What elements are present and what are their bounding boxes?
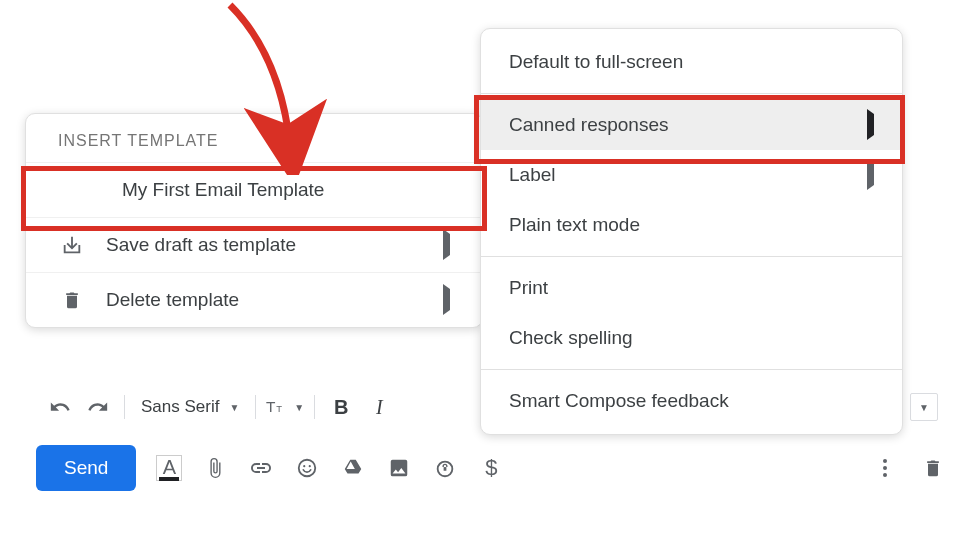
chevron-right-icon: [867, 164, 874, 186]
menu-label: Canned responses: [509, 114, 669, 136]
delete-template[interactable]: Delete template: [26, 272, 482, 327]
insert-link-icon[interactable]: [248, 455, 274, 481]
undo-icon[interactable]: [44, 391, 76, 423]
menu-canned-responses[interactable]: Canned responses: [481, 100, 902, 150]
svg-rect-6: [444, 467, 447, 471]
menu-label: Check spelling: [509, 327, 633, 349]
menu-default-fullscreen[interactable]: Default to full-screen: [481, 37, 902, 87]
menu-plain-text[interactable]: Plain text mode: [481, 200, 902, 250]
chevron-right-icon: [867, 114, 874, 136]
svg-text:T: T: [277, 403, 283, 414]
menu-label: Print: [509, 277, 548, 299]
template-item-label: My First Email Template: [122, 179, 324, 201]
menu-label-item[interactable]: Label: [481, 150, 902, 200]
font-name: Sans Serif: [141, 397, 219, 417]
chevron-right-icon: [443, 289, 450, 311]
discard-draft-icon[interactable]: [920, 455, 946, 481]
more-options-menu: Default to full-screen Canned responses …: [480, 28, 903, 435]
send-button[interactable]: Send: [36, 445, 136, 491]
save-draft-label: Save draft as template: [106, 234, 296, 256]
font-picker[interactable]: Sans Serif ▼: [135, 397, 245, 417]
chevron-right-icon: [443, 234, 450, 256]
menu-label: Default to full-screen: [509, 51, 683, 73]
menu-check-spelling[interactable]: Check spelling: [481, 313, 902, 363]
save-icon: [58, 234, 86, 256]
italic-button[interactable]: I: [363, 391, 395, 423]
menu-smart-compose[interactable]: Smart Compose feedback: [481, 376, 902, 426]
svg-point-3: [304, 465, 306, 467]
menu-separator: [481, 256, 902, 257]
template-item-first[interactable]: My First Email Template: [26, 162, 482, 217]
insert-photo-icon[interactable]: [386, 455, 412, 481]
bold-button[interactable]: B: [325, 391, 357, 423]
confidential-mode-icon[interactable]: [432, 455, 458, 481]
text-color-icon[interactable]: A: [156, 455, 182, 481]
svg-point-4: [309, 465, 311, 467]
caret-down-icon: ▼: [229, 402, 239, 413]
compose-action-bar: Send A $: [36, 440, 946, 496]
menu-label: Smart Compose feedback: [509, 390, 729, 412]
submenu-header: INSERT TEMPLATE: [26, 114, 482, 162]
emoji-icon[interactable]: [294, 455, 320, 481]
templates-submenu: INSERT TEMPLATE My First Email Template …: [25, 113, 483, 328]
menu-separator: [481, 369, 902, 370]
money-icon[interactable]: $: [478, 455, 504, 481]
drive-icon[interactable]: [340, 455, 366, 481]
menu-print[interactable]: Print: [481, 263, 902, 313]
menu-label: Plain text mode: [509, 214, 640, 236]
delete-template-label: Delete template: [106, 289, 239, 311]
redo-icon[interactable]: [82, 391, 114, 423]
collapse-toolbar-button[interactable]: ▼: [910, 393, 938, 421]
menu-label: Label: [509, 164, 556, 186]
menu-separator: [481, 93, 902, 94]
font-size-icon[interactable]: TT ▼: [266, 391, 304, 423]
attach-file-icon[interactable]: [202, 455, 228, 481]
svg-point-2: [299, 460, 316, 477]
more-options-icon[interactable]: [872, 455, 898, 481]
trash-icon: [58, 289, 86, 311]
save-draft-as-template[interactable]: Save draft as template: [26, 217, 482, 272]
svg-text:T: T: [266, 398, 276, 415]
